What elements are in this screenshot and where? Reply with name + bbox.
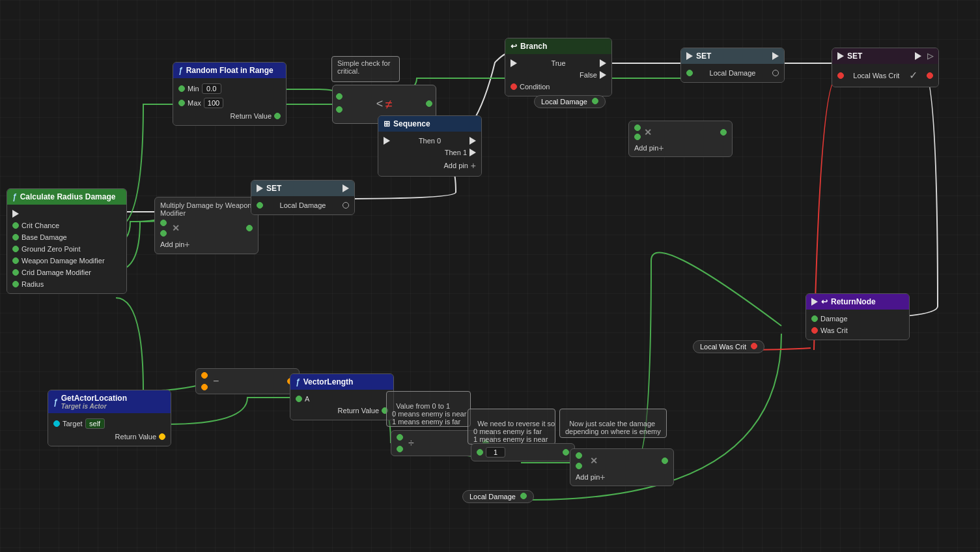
get-actor-title: GetActorLocation [61, 394, 127, 403]
set-mid-header: SET [251, 181, 354, 196]
target-label: Target [63, 420, 83, 428]
addpin-row: ✕ [634, 124, 727, 140]
addpin-sub-text: Add pin [160, 240, 184, 248]
set-wc-exec-in [837, 52, 844, 60]
max-value[interactable]: 100 [204, 98, 223, 108]
pin-row-max: Max 100 [173, 96, 286, 110]
addpin-bot-label-row[interactable]: Add pin + [576, 472, 668, 482]
local-damage-bottom-pin [520, 493, 527, 499]
weapon-mod-pin [12, 257, 19, 264]
get-actor-icon: ƒ [53, 398, 58, 407]
calc-radius-row: Radius [7, 278, 126, 290]
return-pin [274, 113, 281, 119]
calc-radius-header: ƒ Calculate Radius Damage [7, 189, 126, 205]
base-damage-label: Base Damage [21, 233, 67, 241]
return-header: ↩ ReturnNode [806, 294, 909, 310]
comp-in1 [336, 93, 343, 100]
branch-condition-row: Condition [505, 81, 611, 93]
calc-wpn-row: Weapon Damage Modifier [7, 255, 126, 267]
comment-val-text: Value from 0 to 1 0 means enemy is near … [392, 402, 466, 426]
comment-simple-check: Simple check for critical. [331, 56, 400, 82]
set-ld-title: SET [696, 51, 711, 61]
crid-mod-pin [12, 269, 19, 276]
set-mid-pin-row: Local Damage [251, 199, 354, 211]
set-mid-exec-out [343, 184, 349, 192]
calc-crit-row: Crit Chance [7, 220, 126, 231]
addpin-out-pin [720, 129, 727, 136]
addpin-btn[interactable]: + [658, 143, 664, 153]
addpin-x-icon: ✕ [644, 127, 652, 138]
less-than-icon: < [376, 97, 384, 112]
seq-add-pin-btn[interactable]: + [471, 160, 476, 171]
sub1-pin-in [477, 449, 483, 456]
vector-length-node: ƒ VectorLength A Return Value [290, 373, 394, 420]
comment-text: Simple check for critical. [337, 59, 390, 75]
min-label: Min [188, 85, 199, 93]
was-crit-label: Was Crit [820, 327, 848, 334]
math-node-subtract: − [195, 368, 300, 394]
function-icon: ƒ [178, 66, 183, 75]
div-pin2 [397, 446, 403, 452]
radius-label: Radius [21, 280, 44, 288]
false-label: False [580, 71, 597, 79]
addpin-sub-row[interactable]: Add pin + [160, 239, 253, 250]
local-damage-pin-branch [592, 98, 598, 104]
addpin-pin2 [634, 134, 641, 140]
addpin-pin1 [634, 124, 641, 131]
addpin-text: Add pin [634, 144, 658, 152]
local-was-crit-bubble: Local Was Crit [693, 340, 764, 353]
return-was-crit-row: Was Crit [806, 325, 909, 336]
set-mid-title: SET [266, 184, 281, 193]
checkmark-icon: ✓ [909, 69, 917, 81]
vec-title: VectorLength [303, 377, 354, 386]
div-icon: ÷ [408, 437, 414, 449]
sequence-icon: ⊞ [384, 119, 390, 128]
ground-zero-pin [12, 246, 19, 252]
vec-icon: ƒ [296, 377, 300, 386]
seq-addpin-row[interactable]: Add pin + [378, 158, 481, 173]
set-local-damage-header: SET [681, 48, 784, 64]
multiply-pins: ✕ [160, 220, 253, 237]
multiply-node: Multiply Damage by Weapon Modifier ✕ Add… [154, 197, 259, 254]
addpin-label-row[interactable]: Add pin + [634, 143, 727, 153]
set-was-crit-node: SET ▷ Local Was Crit ✓ [832, 48, 939, 87]
get-actor-return-label: Return Value [115, 433, 156, 441]
addpin-bot-btn[interactable]: + [600, 472, 605, 482]
local-was-crit-text: Local Was Crit [700, 343, 746, 351]
target-pin [53, 420, 60, 427]
addpin-bot-x: ✕ [590, 456, 598, 466]
set-local-damage-node: SET Local Damage [680, 48, 785, 83]
crit-chance-pin [12, 222, 19, 229]
comment-scale-text: Now just scale the damage depending on w… [565, 420, 661, 435]
sequence-node: ⊞ Sequence Then 0 Then 1 Add pin + [378, 115, 482, 177]
crid-mod-label: Crid Damage Modifier [21, 269, 91, 276]
subtract-1-node: 1 [471, 443, 575, 461]
seq-exec-row: Then 0 [378, 135, 481, 147]
addpin-sub-btn[interactable]: + [184, 239, 189, 250]
seq-then1-row: Then 1 [378, 147, 481, 158]
set-wc-label: Local Was Crit [853, 72, 899, 80]
return-exec-in [811, 298, 818, 306]
min-value[interactable]: 0.0 [202, 83, 221, 94]
set-ld-out-pin [772, 70, 779, 76]
set-wc-out-pin [927, 72, 933, 79]
set-mid-pin [257, 202, 263, 209]
get-actor-target-row: Target self [48, 416, 171, 431]
sub1-value: 1 [486, 447, 505, 458]
set-mid-label: Local Damage [280, 201, 326, 209]
set-wc-pin [837, 72, 844, 79]
self-value: self [85, 418, 105, 429]
branch-false-out [600, 71, 606, 79]
calc-exec-row [7, 208, 126, 220]
calc-radius-title: Calculate Radius Damage [20, 192, 116, 201]
addpin-bot-pin2 [576, 463, 582, 469]
set-was-crit-header: SET ▷ [832, 48, 938, 64]
not-equal-icon: ≠ [385, 97, 392, 112]
was-crit-pin [811, 327, 818, 334]
set-wc-exec-out [915, 52, 921, 60]
min-pin [178, 85, 185, 92]
ground-zero-label: Ground Zero Point [21, 245, 81, 253]
branch-true-out [600, 59, 606, 67]
local-damage-bubble-bottom: Local Damage [462, 490, 534, 503]
seq-then0 [469, 137, 476, 145]
